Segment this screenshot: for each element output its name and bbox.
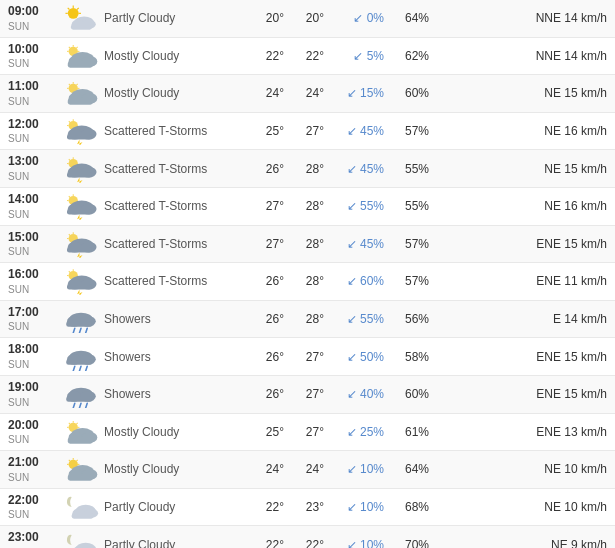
temp-low: 26° — [244, 387, 284, 401]
weather-icon — [58, 305, 104, 333]
weather-table: 09:00 SUN Partly Cloudy 20° 20° ↙ 0% 64%… — [0, 0, 615, 548]
svg-line-23 — [69, 84, 70, 85]
temp-high: 27° — [284, 350, 324, 364]
temp-low: 27° — [244, 237, 284, 251]
temp-low: 26° — [244, 312, 284, 326]
day-label: SUN — [8, 433, 58, 446]
hour-label: 15:00 — [8, 230, 58, 246]
humidity: 70% — [384, 538, 429, 548]
time-col: 16:00 SUN — [8, 267, 58, 296]
weather-icon — [58, 4, 104, 32]
hour-label: 17:00 — [8, 305, 58, 321]
time-col: 20:00 SUN — [8, 418, 58, 447]
weather-description: Mostly Cloudy — [104, 462, 244, 476]
temp-high: 24° — [284, 462, 324, 476]
svg-line-4 — [77, 8, 79, 10]
weather-icon — [58, 418, 104, 446]
svg-rect-119 — [72, 513, 94, 518]
precipitation: ↙ 45% — [324, 162, 384, 176]
svg-line-95 — [86, 404, 88, 409]
svg-line-100 — [76, 423, 77, 424]
weather-description: Scattered T-Storms — [104, 237, 244, 251]
temp-low: 22° — [244, 538, 284, 548]
day-label: SUN — [8, 132, 58, 145]
svg-rect-46 — [67, 172, 92, 177]
hour-label: 23:00 — [8, 530, 58, 546]
temp-low: 26° — [244, 350, 284, 364]
temp-low: 25° — [244, 124, 284, 138]
svg-marker-65 — [77, 252, 82, 257]
hour-label: 20:00 — [8, 418, 58, 434]
weather-description: Mostly Cloudy — [104, 49, 244, 63]
weather-icon — [58, 155, 104, 183]
time-col: 11:00 SUN — [8, 79, 58, 108]
wind-speed: ENE 13 km/h — [429, 425, 607, 439]
temp-high: 28° — [284, 162, 324, 176]
table-row: 22:00 SUN Partly Cloudy 22° 23° ↙ 10% 68… — [0, 489, 615, 527]
time-col: 19:00 SUN — [8, 380, 58, 409]
table-row: 21:00 SUN Mostly Cloudy 24° 24° ↙ 10% 64… — [0, 451, 615, 489]
svg-rect-55 — [67, 209, 92, 214]
svg-line-24 — [76, 84, 77, 85]
temp-high: 22° — [284, 538, 324, 548]
weather-icon — [58, 42, 104, 70]
table-row: 10:00 SUN Mostly Cloudy 22° 22° ↙ 5% 62%… — [0, 38, 615, 76]
temp-high: 28° — [284, 199, 324, 213]
humidity: 57% — [384, 274, 429, 288]
weather-icon — [58, 230, 104, 258]
table-row: 11:00 SUN Mostly Cloudy 24° 24° ↙ 15% 60… — [0, 75, 615, 113]
svg-rect-73 — [67, 285, 92, 290]
svg-rect-64 — [67, 247, 92, 252]
table-row: 12:00 SUN Scattered T-Storms 25° 27° ↙ 4… — [0, 113, 615, 151]
table-row: 16:00 SUN Scattered T-Storms 26° 28° ↙ 6… — [0, 263, 615, 301]
time-col: 13:00 SUN — [8, 154, 58, 183]
svg-rect-78 — [66, 321, 92, 326]
day-label: SUN — [8, 208, 58, 221]
precipitation: ↙ 55% — [324, 312, 384, 326]
day-label: SUN — [8, 95, 58, 108]
svg-line-87 — [79, 366, 81, 371]
day-label: SUN — [8, 245, 58, 258]
temp-low: 24° — [244, 462, 284, 476]
humidity: 61% — [384, 425, 429, 439]
weather-icon — [58, 493, 104, 521]
svg-marker-47 — [77, 177, 82, 182]
temp-low: 24° — [244, 86, 284, 100]
table-row: 19:00 SUN Showers 26° 27° ↙ 40% 60% ENE … — [0, 376, 615, 414]
time-col: 23:00 SUN — [8, 530, 58, 548]
hour-label: 14:00 — [8, 192, 58, 208]
time-col: 18:00 SUN — [8, 342, 58, 371]
svg-line-51 — [69, 196, 70, 197]
weather-description: Showers — [104, 350, 244, 364]
humidity: 58% — [384, 350, 429, 364]
hour-label: 16:00 — [8, 267, 58, 283]
precipitation: ↙ 45% — [324, 237, 384, 251]
weather-icon — [58, 343, 104, 371]
weather-description: Mostly Cloudy — [104, 86, 244, 100]
temp-high: 27° — [284, 425, 324, 439]
day-label: SUN — [8, 320, 58, 333]
temp-high: 28° — [284, 312, 324, 326]
svg-line-3 — [68, 8, 70, 10]
humidity: 60% — [384, 86, 429, 100]
table-row: 20:00 SUN Mostly Cloudy 25° 27° ↙ 25% 61… — [0, 414, 615, 452]
svg-line-99 — [69, 423, 70, 424]
svg-rect-37 — [67, 134, 92, 139]
svg-line-33 — [69, 121, 70, 122]
svg-rect-115 — [68, 475, 93, 481]
svg-line-60 — [69, 234, 70, 235]
precipitation: ↙ 0% — [324, 11, 384, 25]
hour-label: 22:00 — [8, 493, 58, 509]
weather-icon — [58, 192, 104, 220]
humidity: 55% — [384, 162, 429, 176]
weather-description: Partly Cloudy — [104, 500, 244, 514]
wind-speed: NNE 14 km/h — [429, 49, 607, 63]
svg-line-80 — [79, 328, 81, 333]
svg-rect-92 — [66, 397, 92, 402]
time-col: 15:00 SUN — [8, 230, 58, 259]
svg-line-81 — [86, 328, 88, 333]
precipitation: ↙ 60% — [324, 274, 384, 288]
svg-marker-38 — [77, 140, 82, 145]
table-row: 23:00 SUN Partly Cloudy 22° 22° ↙ 10% 70… — [0, 526, 615, 548]
table-row: 15:00 SUN Scattered T-Storms 27° 28° ↙ 4… — [0, 226, 615, 264]
